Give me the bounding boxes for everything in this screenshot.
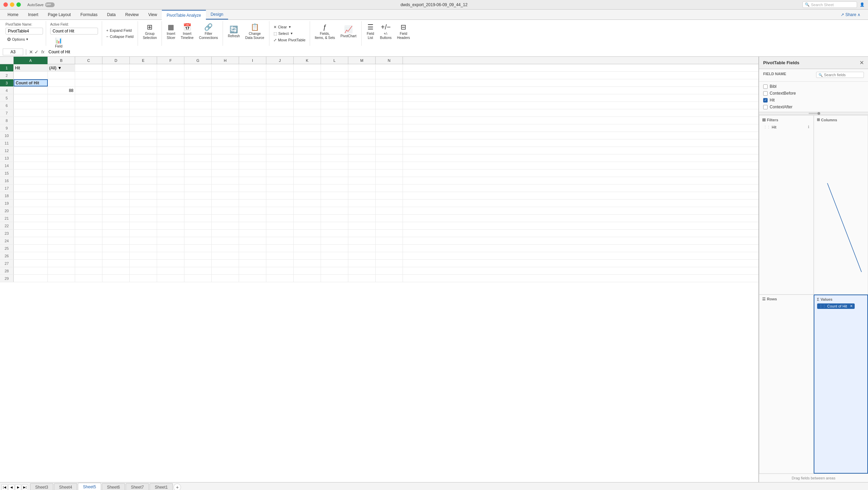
cell-B17[interactable] [48,185,75,192]
cell-C3[interactable] [75,79,102,86]
cell-J10[interactable] [266,132,294,139]
cell-M16[interactable] [348,177,376,184]
cell-I9[interactable] [239,124,266,132]
col-header-B[interactable]: B [48,57,75,64]
cell-C4[interactable] [75,87,102,94]
cell-A10[interactable] [14,132,48,139]
cell-I28[interactable] [239,267,266,274]
cell-M8[interactable] [348,117,376,124]
field-list-button[interactable]: ☰ FieldList [364,21,377,42]
cell-reference-box[interactable] [3,49,23,55]
sheet-nav-next[interactable]: ▶ [15,484,21,490]
cell-F13[interactable] [157,154,184,162]
cell-L11[interactable] [321,139,348,147]
cell-C14[interactable] [75,162,102,169]
cell-D6[interactable] [102,102,130,109]
cell-J11[interactable] [266,139,294,147]
sheet-nav-last[interactable]: ▶| [22,484,28,490]
cell-N28[interactable] [376,267,403,274]
cell-E3[interactable] [130,79,157,86]
cell-B25[interactable] [48,245,75,252]
cell-J17[interactable] [266,185,294,192]
cell-G6[interactable] [184,102,212,109]
cell-B23[interactable] [48,230,75,237]
cell-D11[interactable] [102,139,130,147]
row-num-14[interactable]: 14 [0,162,14,169]
cell-G26[interactable] [184,252,212,259]
cell-A25[interactable] [14,245,48,252]
cell-M18[interactable] [348,192,376,199]
cell-N13[interactable] [376,154,403,162]
cell-L27[interactable] [321,260,348,267]
cell-D16[interactable] [102,177,130,184]
cell-A18[interactable] [14,192,48,199]
cell-K6[interactable] [294,102,321,109]
cell-N24[interactable] [376,237,403,244]
value-item-count-hit[interactable]: ⋮⋮ Count of Hit ✕ [817,303,855,309]
cell-K28[interactable] [294,267,321,274]
cell-C29[interactable] [75,275,102,282]
cell-L23[interactable] [321,230,348,237]
cell-N25[interactable] [376,245,403,252]
row-num-27[interactable]: 27 [0,260,14,267]
cell-F28[interactable] [157,267,184,274]
cell-F24[interactable] [157,237,184,244]
cell-N18[interactable] [376,192,403,199]
cell-N1[interactable] [376,64,403,71]
cell-A15[interactable] [14,169,48,177]
cell-F27[interactable] [157,260,184,267]
cell-A11[interactable] [14,139,48,147]
cell-B19[interactable] [48,200,75,207]
cell-G20[interactable] [184,207,212,214]
cell-L7[interactable] [321,109,348,117]
autosave-toggle[interactable]: OFF [45,2,55,7]
cell-G24[interactable] [184,237,212,244]
row-num-10[interactable]: 10 [0,132,14,139]
cell-J23[interactable] [266,230,294,237]
cell-I17[interactable] [239,185,266,192]
row-num-26[interactable]: 26 [0,252,14,259]
cell-N16[interactable] [376,177,403,184]
cell-M26[interactable] [348,252,376,259]
cell-M28[interactable] [348,267,376,274]
cell-M21[interactable] [348,215,376,222]
cell-B15[interactable] [48,169,75,177]
sheet-tab-sheet1[interactable]: Sheet1 [150,483,173,490]
cell-E28[interactable] [130,267,157,274]
cell-F15[interactable] [157,169,184,177]
cell-L12[interactable] [321,147,348,154]
cell-A16[interactable] [14,177,48,184]
cell-H24[interactable] [212,237,239,244]
cell-A19[interactable] [14,200,48,207]
cell-K2[interactable] [294,72,321,79]
cell-J12[interactable] [266,147,294,154]
cell-G25[interactable] [184,245,212,252]
cell-D17[interactable] [102,185,130,192]
cell-D22[interactable] [102,222,130,229]
cell-L15[interactable] [321,169,348,177]
cell-B7[interactable] [48,109,75,117]
tab-home[interactable]: Home [3,10,23,19]
row-num-7[interactable]: 7 [0,109,14,117]
cell-I19[interactable] [239,200,266,207]
cell-M17[interactable] [348,185,376,192]
cell-I5[interactable] [239,94,266,101]
filter-item-hit[interactable]: ⋮⋮ Hit ℹ [762,124,811,130]
filters-zone[interactable]: ▤ Filters ⋮⋮ Hit ℹ [759,115,814,295]
cell-K11[interactable] [294,139,321,147]
cell-G18[interactable] [184,192,212,199]
search-sheet-box[interactable]: 🔍 Search Sheet [802,1,857,8]
cell-N23[interactable] [376,230,403,237]
cell-I12[interactable] [239,147,266,154]
row-num-5[interactable]: 5 [0,94,14,101]
cell-B5[interactable] [48,94,75,101]
cell-K3[interactable] [294,79,321,86]
cell-C24[interactable] [75,237,102,244]
cell-F9[interactable] [157,124,184,132]
values-zone[interactable]: Σ Values ⋮⋮ Count of Hit ✕ [814,295,868,474]
sheet-nav-first[interactable]: |◀ [1,484,8,490]
filter-connections-button[interactable]: 🔗 FilterConnections [197,21,220,42]
cell-F23[interactable] [157,230,184,237]
cell-N14[interactable] [376,162,403,169]
active-field-input[interactable] [50,28,98,35]
